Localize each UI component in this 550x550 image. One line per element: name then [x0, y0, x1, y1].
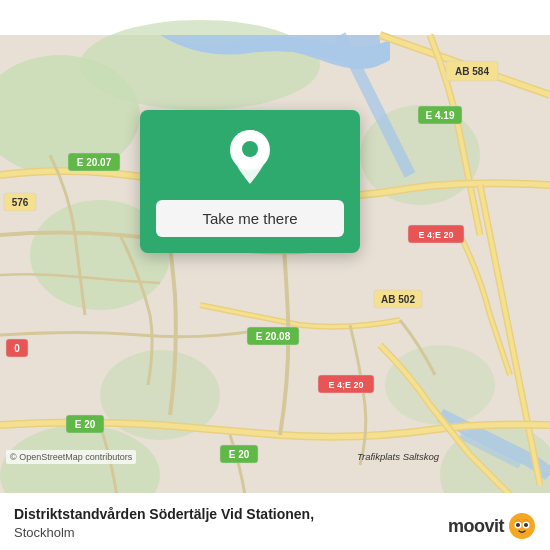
location-pin-icon — [226, 128, 274, 186]
svg-text:Trafikplats Saltskog: Trafikplats Saltskog — [357, 451, 440, 462]
svg-text:0: 0 — [14, 343, 20, 354]
svg-point-38 — [516, 523, 520, 527]
svg-text:AB 584: AB 584 — [455, 66, 489, 77]
svg-text:E 4;E 20: E 4;E 20 — [418, 230, 453, 240]
svg-point-2 — [80, 20, 320, 110]
svg-text:E 4;E 20: E 4;E 20 — [328, 380, 363, 390]
moovit-brand-text: moovit — [448, 516, 504, 537]
svg-text:E 20: E 20 — [229, 449, 250, 460]
map-svg: AB 584 E 4.19 E 20.07 576 E 4;E 20 AB 50… — [0, 0, 550, 550]
take-me-there-button[interactable]: Take me there — [156, 200, 344, 237]
svg-point-35 — [509, 513, 535, 539]
card-overlay: Take me there — [140, 110, 360, 253]
svg-text:E 20.07: E 20.07 — [77, 157, 112, 168]
svg-text:E 20.08: E 20.08 — [256, 331, 291, 342]
svg-text:576: 576 — [12, 197, 29, 208]
svg-text:E 4.19: E 4.19 — [426, 110, 455, 121]
svg-text:AB 502: AB 502 — [381, 294, 415, 305]
svg-point-34 — [242, 141, 258, 157]
svg-text:E 20: E 20 — [75, 419, 96, 430]
moovit-logo: moovit — [448, 512, 536, 540]
osm-attribution: © OpenStreetMap contributors — [6, 450, 136, 464]
map-container: AB 584 E 4.19 E 20.07 576 E 4;E 20 AB 50… — [0, 0, 550, 550]
svg-point-39 — [524, 523, 528, 527]
moovit-icon — [508, 512, 536, 540]
